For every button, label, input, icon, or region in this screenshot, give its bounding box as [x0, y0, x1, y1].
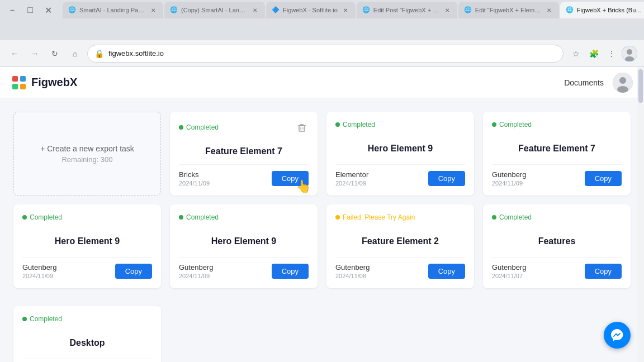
- card-header-6: Failed, Please Try Again: [335, 213, 465, 221]
- card-meta-date-6: 2024/11/08: [335, 273, 370, 279]
- svg-rect-4: [20, 76, 26, 82]
- card-meta-date-4: 2024/11/09: [22, 273, 56, 279]
- create-card[interactable]: + Create a new export task Remaining: 30…: [13, 112, 161, 196]
- tab-favicon-5: 🌐: [464, 6, 472, 14]
- address-actions: ☆ 🧩 ⋮: [568, 46, 637, 61]
- card-title-7: Features: [492, 226, 622, 257]
- card-meta-2: Elementor 2024/11/09: [335, 170, 368, 187]
- card-meta-7: Gutenberg 2024/11/07: [492, 263, 526, 279]
- tab-favicon-2: 🌐: [170, 6, 178, 14]
- card-features-gutenberg: Completed Features Gutenberg 2024/11/07 …: [483, 204, 631, 288]
- status-text-4: Completed: [30, 213, 62, 221]
- card-footer-1: Bricks 2024/11/09 Copy 👆: [179, 164, 309, 187]
- card-hero-element-9-elementor: Completed Hero Element 9 Elementor 2024/…: [326, 112, 474, 196]
- card-meta-5: Gutenberg 2024/11/09: [179, 263, 213, 279]
- card-footer-5: Gutenberg 2024/11/09 Copy: [179, 257, 309, 279]
- logo-text: FigwebX: [31, 76, 77, 89]
- card-footer-7: Gutenberg 2024/11/07 Copy: [492, 257, 622, 279]
- card-header-3: Completed: [492, 121, 622, 128]
- tab-label-4: Edit Post "FigwebX + Gute...: [373, 7, 439, 13]
- status-dot-7: [492, 215, 496, 220]
- minimize-button[interactable]: －: [4, 2, 20, 18]
- card-meta-name-6: Gutenberg: [335, 263, 370, 272]
- address-bar-row: ← → ↻ ⌂ 🔒 figwebx.softlite.io ☆ 🧩 ⋮: [0, 40, 644, 67]
- copy-button-4[interactable]: Copy: [115, 264, 152, 279]
- status-badge-6: Failed, Please Try Again: [335, 213, 415, 221]
- create-card-label: + Create a new export task: [40, 144, 134, 153]
- avatar-image: [622, 46, 637, 61]
- copy-button-6[interactable]: Copy: [428, 264, 465, 279]
- card-meta-date-5: 2024/11/09: [179, 273, 213, 279]
- card-header-4: Completed: [22, 213, 152, 221]
- card-header-5: Completed: [179, 213, 309, 221]
- main-content: + Create a new export task Remaining: 30…: [0, 98, 644, 362]
- browser-tab-2[interactable]: 🌐 (Copy) SmartAI - Landing ... ✕: [164, 2, 265, 18]
- delete-icon-1[interactable]: [295, 121, 309, 134]
- copy-button-5[interactable]: Copy: [272, 264, 309, 279]
- card-title-8: Desktop: [22, 327, 152, 359]
- copy-button-2[interactable]: Copy: [428, 171, 465, 186]
- tab-favicon-1: 🌐: [68, 6, 76, 14]
- refresh-button[interactable]: ↻: [47, 46, 63, 61]
- logo-icon: [11, 75, 27, 90]
- messenger-icon: [610, 328, 624, 342]
- documents-link[interactable]: Documents: [564, 78, 604, 87]
- status-text-7: Completed: [499, 213, 532, 221]
- scrollbar-track: [637, 67, 644, 362]
- app-logo: FigwebX: [11, 75, 77, 90]
- copy-button-7[interactable]: Copy: [585, 264, 622, 279]
- browser-controls: － □ ✕: [4, 2, 56, 18]
- profile-avatar[interactable]: [622, 46, 637, 61]
- status-text-1: Completed: [186, 123, 219, 131]
- maximize-button[interactable]: □: [22, 2, 38, 18]
- status-badge-7: Completed: [492, 213, 532, 221]
- status-dot-1: [179, 125, 183, 130]
- tab-close-5[interactable]: ✕: [544, 6, 553, 15]
- svg-rect-10: [299, 126, 305, 131]
- browser-tab-4[interactable]: 🌐 Edit Post "FigwebX + Gute... ✕: [357, 2, 457, 18]
- card-hero-element-9-gutenberg-1: Completed Hero Element 9 Gutenberg 2024/…: [13, 204, 161, 288]
- card-header-2: Completed: [335, 121, 465, 128]
- tab-favicon-4: 🌐: [362, 6, 370, 14]
- browser-tab-5[interactable]: 🌐 Edit "FigwebX + Elemento... ✕: [458, 2, 559, 18]
- copy-button-1[interactable]: Copy: [272, 171, 309, 186]
- tab-label-5: Edit "FigwebX + Elemento...: [475, 7, 541, 13]
- browser-tab-3[interactable]: 🔷 FigwebX - Softlite.io ✕: [266, 2, 356, 18]
- svg-point-8: [619, 77, 626, 84]
- back-button[interactable]: ←: [7, 46, 22, 61]
- card-meta-name-7: Gutenberg: [492, 263, 526, 272]
- tab-label-1: SmartAI - Landing Page -...: [79, 7, 145, 13]
- card-header-1: Completed: [179, 121, 309, 134]
- forward-button[interactable]: →: [27, 46, 42, 61]
- status-text-6: Failed, Please Try Again: [343, 213, 415, 221]
- copy-button-3[interactable]: Copy: [585, 171, 622, 186]
- scrollbar-thumb[interactable]: [638, 69, 643, 103]
- tab-close-4[interactable]: ✕: [443, 6, 452, 15]
- card-feature-element-7-bricks: Completed Feature Element 7 Bricks 20: [170, 112, 318, 196]
- browser-tab-6[interactable]: 🌐 FigwebX + Bricks (Builder) ✕: [560, 2, 644, 18]
- remaining-text: Remaining: 300: [61, 155, 112, 164]
- browser-tab-1[interactable]: 🌐 SmartAI - Landing Page -... ✕: [63, 2, 163, 18]
- tab-label-2: (Copy) SmartAI - Landing ...: [181, 7, 247, 13]
- status-dot-2: [335, 122, 340, 127]
- extensions-icon[interactable]: 🧩: [586, 46, 602, 61]
- close-window-button[interactable]: ✕: [40, 2, 56, 18]
- home-button[interactable]: ⌂: [67, 46, 83, 61]
- tab-close-3[interactable]: ✕: [341, 6, 350, 15]
- user-avatar[interactable]: [613, 73, 633, 93]
- card-meta-6: Gutenberg 2024/11/08: [335, 263, 370, 279]
- tab-bar: － □ ✕ 🌐 SmartAI - Landing Page -... ✕ 🌐 …: [0, 0, 644, 20]
- bookmark-icon[interactable]: ☆: [568, 46, 584, 61]
- address-bar[interactable]: 🔒 figwebx.softlite.io: [87, 45, 564, 63]
- messenger-fab[interactable]: [604, 322, 631, 349]
- status-badge-8: Completed: [22, 315, 62, 323]
- card-meta-1: Bricks 2024/11/09: [179, 170, 210, 187]
- tab-close-2[interactable]: ✕: [250, 6, 259, 15]
- app-container: FigwebX Documents + Create a new export …: [0, 67, 644, 362]
- browser-menu-icon[interactable]: ⋮: [604, 46, 619, 61]
- card-footer-6: Gutenberg 2024/11/08 Copy: [335, 257, 465, 279]
- card-title-5: Hero Element 9: [179, 226, 309, 257]
- card-title-6: Feature Element 2: [335, 226, 465, 257]
- tab-close-1[interactable]: ✕: [149, 6, 158, 15]
- header-right: Documents: [564, 73, 633, 93]
